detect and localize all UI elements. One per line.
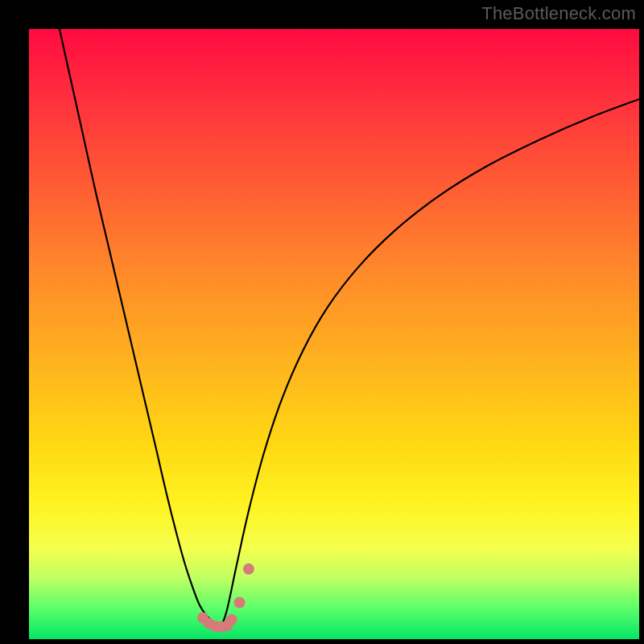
watermark-text: TheBottleneck.com (481, 3, 636, 24)
valley-marker (243, 564, 254, 575)
valley-marker (234, 597, 246, 609)
valley-marker (226, 614, 237, 625)
chart-frame: TheBottleneck.com (0, 0, 644, 644)
curve-left-branch (60, 29, 221, 627)
chart-svg (29, 29, 639, 639)
valley-markers (197, 564, 254, 633)
curve-right-branch (221, 99, 639, 627)
plot-area (29, 29, 639, 639)
